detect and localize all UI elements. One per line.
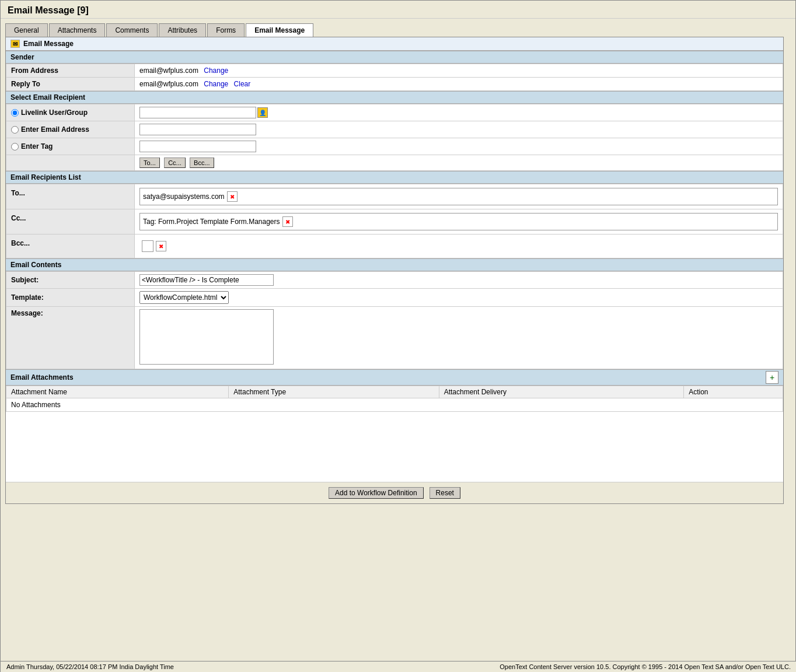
email-address-label-cell: Enter Email Address — [6, 121, 135, 138]
reply-to-label: Reply To — [6, 78, 135, 91]
to-recipients-label: To... — [6, 184, 135, 209]
tag-input-cell — [135, 138, 783, 155]
bcc-button[interactable]: Bcc... — [190, 158, 214, 168]
reply-change-link[interactable]: Change — [204, 80, 228, 88]
main-panel: ✉ Email Message Sender From Address emai… — [5, 37, 784, 504]
select-recipient-header: Select Email Recipient — [6, 91, 783, 104]
livelink-input[interactable] — [139, 107, 256, 118]
from-change-link[interactable]: Change — [204, 66, 228, 75]
recipients-list-table: To... satya@supaisystems.com ✖ Cc... Tag… — [6, 184, 783, 258]
bcc-remove-button[interactable]: ✖ — [156, 241, 166, 251]
from-address-value: email@wfplus.com Change — [135, 64, 783, 78]
attachments-table: Attachment Name Attachment Type Attachme… — [6, 386, 783, 482]
reset-button[interactable]: Reset — [430, 487, 460, 499]
cc-recipients-label: Cc... — [6, 209, 135, 235]
col-attachment-name: Attachment Name — [6, 386, 229, 398]
livelink-radio[interactable] — [11, 109, 19, 117]
email-address-label: Enter Email Address — [21, 125, 89, 134]
template-label: Template: — [6, 289, 135, 307]
email-icon: ✉ — [11, 40, 20, 48]
template-select[interactable]: WorkflowComplete.html — [139, 291, 229, 304]
bcc-recipients-label: Bcc... — [6, 235, 135, 258]
no-attachments-cell: No Attachments — [6, 398, 783, 412]
bcc-recipients-row: Bcc... ✖ — [6, 235, 783, 258]
col-attachment-type: Attachment Type — [229, 386, 439, 398]
to-button[interactable]: To... — [139, 158, 160, 168]
attachments-section-header-row: Email Attachments + — [6, 369, 783, 386]
message-label: Message: — [6, 307, 135, 369]
add-attachment-button[interactable]: + — [766, 371, 778, 384]
to-recipient-value: satya@supaisystems.com — [143, 192, 225, 201]
tab-attachments[interactable]: Attachments — [49, 23, 106, 37]
subject-label: Subject: — [6, 272, 135, 289]
email-address-row: Enter Email Address — [6, 121, 783, 138]
reply-to-value: email@wfplus.com Change Clear — [135, 78, 783, 91]
message-row: Message: — [6, 307, 783, 369]
cc-recipient-box: Tag: Form.Project Template Form.Managers… — [139, 213, 778, 230]
from-address-label: From Address — [6, 64, 135, 78]
bcc-box — [142, 240, 153, 252]
email-address-radio[interactable] — [11, 126, 19, 134]
cc-button[interactable]: Cc... — [164, 158, 186, 168]
template-row: Template: WorkflowComplete.html — [6, 289, 783, 307]
email-address-input-cell — [135, 121, 783, 138]
tab-attributes[interactable]: Attributes — [159, 23, 206, 37]
sender-table: From Address email@wfplus.com Change Rep… — [6, 64, 783, 91]
bottom-bar: Add to Workflow Definition Reset — [6, 482, 783, 503]
to-remove-button[interactable]: ✖ — [227, 191, 238, 202]
subject-cell — [135, 272, 783, 289]
reply-to-text: email@wfplus.com — [139, 80, 198, 88]
recipient-buttons-row: To... Cc... Bcc... — [6, 155, 783, 171]
user-browse-icon[interactable]: 👤 — [257, 107, 268, 118]
cc-recipients-cell: Tag: Form.Project Template Form.Managers… — [135, 209, 783, 235]
livelink-label: Livelink User/Group — [21, 108, 88, 117]
attachments-section-title: Email Attachments — [11, 373, 766, 382]
col-attachment-delivery: Attachment Delivery — [439, 386, 683, 398]
bcc-recipients-cell: ✖ — [135, 235, 783, 258]
no-attachments-row: No Attachments — [6, 398, 783, 412]
cc-recipients-row: Cc... Tag: Form.Project Template Form.Ma… — [6, 209, 783, 235]
tab-forms[interactable]: Forms — [207, 23, 245, 37]
livelink-row: Livelink User/Group 👤 — [6, 104, 783, 121]
email-address-input[interactable] — [139, 124, 256, 135]
tab-general[interactable]: General — [5, 23, 48, 37]
reply-to-row: Reply To email@wfplus.com Change Clear — [6, 78, 783, 91]
attachments-header-row: Attachment Name Attachment Type Attachme… — [6, 386, 783, 398]
tag-input[interactable] — [139, 141, 256, 152]
col-attachment-action: Action — [684, 386, 783, 398]
reply-clear-link[interactable]: Clear — [234, 80, 251, 88]
livelink-label-cell: Livelink User/Group — [6, 104, 135, 121]
status-right: OpenText Content Server version 10.5. Co… — [500, 663, 791, 670]
message-textarea[interactable] — [139, 309, 274, 365]
subject-row: Subject: — [6, 272, 783, 289]
template-cell: WorkflowComplete.html — [135, 289, 783, 307]
to-recipients-row: To... satya@supaisystems.com ✖ — [6, 184, 783, 209]
tag-label-cell: Enter Tag — [6, 138, 135, 155]
to-recipient-box: satya@supaisystems.com ✖ — [139, 188, 778, 205]
tag-row: Enter Tag — [6, 138, 783, 155]
add-workflow-button[interactable]: Add to Workflow Definition — [329, 487, 424, 499]
email-contents-table: Subject: Template: WorkflowComplete.html… — [6, 271, 783, 369]
recipient-select-table: Livelink User/Group 👤 Enter — [6, 104, 783, 171]
cc-recipient-value: Tag: Form.Project Template Form.Managers — [143, 218, 280, 226]
window-title: Email Message [9] — [1, 1, 795, 19]
email-contents-header: Email Contents — [6, 258, 783, 271]
from-address-row: From Address email@wfplus.com Change — [6, 64, 783, 78]
panel-header-label: Email Message — [23, 40, 74, 48]
status-left: Admin Thursday, 05/22/2014 08:17 PM Indi… — [6, 663, 174, 670]
from-address-text: email@wfplus.com — [139, 66, 198, 75]
recipients-list-header: Email Recipients List — [6, 171, 783, 184]
bcc-area: ✖ — [139, 238, 778, 254]
tab-comments[interactable]: Comments — [106, 23, 158, 37]
cc-remove-button[interactable]: ✖ — [282, 216, 293, 227]
tab-bar: General Attachments Comments Attributes … — [5, 23, 784, 37]
tag-label: Enter Tag — [21, 142, 53, 150]
tag-radio[interactable] — [11, 143, 19, 150]
panel-header: ✉ Email Message — [6, 37, 783, 51]
status-bar: Admin Thursday, 05/22/2014 08:17 PM Indi… — [1, 661, 796, 672]
livelink-input-cell: 👤 — [135, 104, 783, 121]
sender-section-header: Sender — [6, 51, 783, 64]
message-cell — [135, 307, 783, 369]
subject-input[interactable] — [139, 274, 274, 286]
tab-email-message[interactable]: Email Message — [246, 23, 313, 37]
